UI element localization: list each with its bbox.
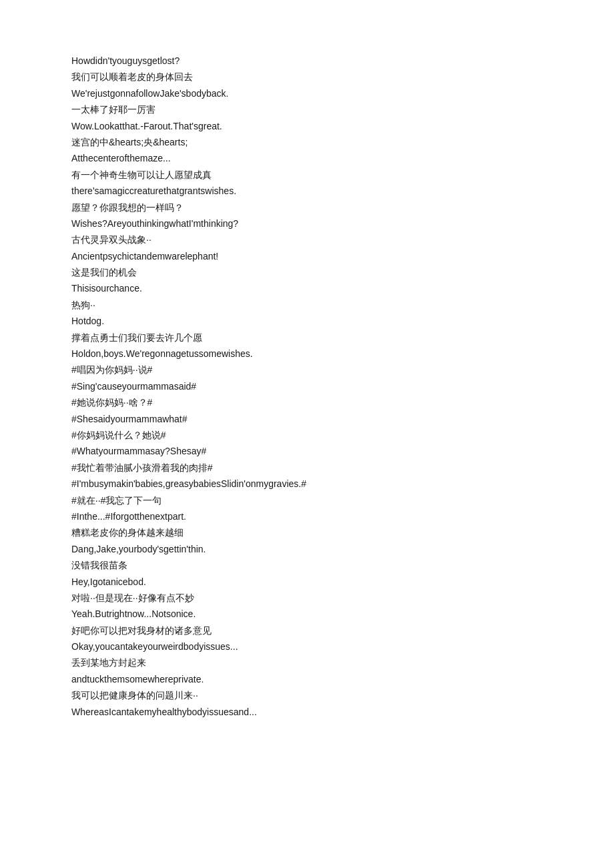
subtitle-english-11: #Shesaidyourmammawhat# xyxy=(71,412,547,426)
subtitle-english-18: Okay,youcantakeyourweirdbodyissues... xyxy=(71,639,547,654)
subtitle-content: Howdidn'tyouguysgetlost?我们可以顺着老皮的身体回去We'… xyxy=(71,53,547,719)
subtitle-english-2: Wow.Lookatthat.-Farout.That'sgreat. xyxy=(71,119,547,133)
subtitle-english-8: Hotdog. xyxy=(71,314,547,328)
subtitle-english-6: Ancientpsychictandemwarelephant! xyxy=(71,249,547,264)
subtitle-chinese-12: #你妈妈说什么？她说# xyxy=(71,428,547,442)
subtitle-english-9: Holdon,boys.We'regonnagetussomewishes. xyxy=(71,346,547,361)
subtitle-chinese-15: 糟糕老皮你的身体越来越细 xyxy=(71,525,547,540)
subtitle-chinese-2: 一太棒了好耶一厉害 xyxy=(71,102,547,117)
subtitle-chinese-16: 没错我很苗条 xyxy=(71,558,547,572)
subtitle-chinese-4: 有一个神奇生物可以让人愿望成真 xyxy=(71,167,547,182)
subtitle-english-15: Dang,Jake,yourbody'sgettin'thin. xyxy=(71,542,547,556)
subtitle-chinese-5: 愿望？你跟我想的一样吗？ xyxy=(71,200,547,215)
subtitle-english-12: #Whatyourmammasay?Shesay# xyxy=(71,444,547,458)
subtitle-chinese-9: 撑着点勇士们我们要去许几个愿 xyxy=(71,330,547,345)
subtitle-chinese-19: 丢到某地方封起来 xyxy=(71,655,547,670)
subtitle-english-20: WhereasIcantakemyhealthybodyissuesand... xyxy=(71,705,547,719)
subtitle-chinese-20: 我可以把健康身体的问题川来·· xyxy=(71,688,547,703)
subtitle-english-7: Thisisourchance. xyxy=(71,281,547,296)
subtitle-chinese-7: 这是我们的机会 xyxy=(71,265,547,280)
subtitle-chinese-1: 我们可以顺着老皮的身体回去 xyxy=(71,69,547,84)
subtitle-english-10: #Sing'causeyourmammasaid# xyxy=(71,379,547,394)
subtitle-chinese-8: 热狗·· xyxy=(71,298,547,312)
subtitle-chinese-14: #就在··#我忘了下一句 xyxy=(71,493,547,508)
subtitle-chinese-10: #唱因为你妈妈··说# xyxy=(71,362,547,377)
subtitle-english-19: andtuckthemsomewhereprivate. xyxy=(71,672,547,687)
subtitle-english-14: #Inthe...#Iforgotthenextpart. xyxy=(71,509,547,524)
subtitle-chinese-18: 好吧你可以把对我身材的诸多意见 xyxy=(71,623,547,638)
subtitle-chinese-17: 对啦··但是现在··好像有点不妙 xyxy=(71,590,547,605)
subtitle-chinese-6: 古代灵异双头战象·· xyxy=(71,232,547,247)
subtitle-english-16: Hey,Igotanicebod. xyxy=(71,574,547,589)
subtitle-english-1: We'rejustgonnafollowJake'sbodyback. xyxy=(71,86,547,101)
subtitle-english-13: #I'mbusymakin'babies,greasybabiesSlidin'… xyxy=(71,476,547,491)
subtitle-english-4: there'samagiccreaturethatgrantswishes. xyxy=(71,183,547,198)
subtitle-chinese-11: #她说你妈妈··啥？# xyxy=(71,395,547,410)
subtitle-chinese-3: 迷宫的中&hearts;央&hearts; xyxy=(71,135,547,149)
subtitle-chinese-13: #我忙着带油腻小孩滑着我的肉排# xyxy=(71,460,547,475)
subtitle-english-3: Atthecenterofthemaze... xyxy=(71,151,547,165)
subtitle-english-5: Wishes?AreyouthinkingwhatI'mthinking? xyxy=(71,216,547,231)
subtitle-line-0: Howdidn'tyouguysgetlost? xyxy=(71,53,547,68)
subtitle-english-17: Yeah.Butrightnow...Notsonice. xyxy=(71,606,547,621)
